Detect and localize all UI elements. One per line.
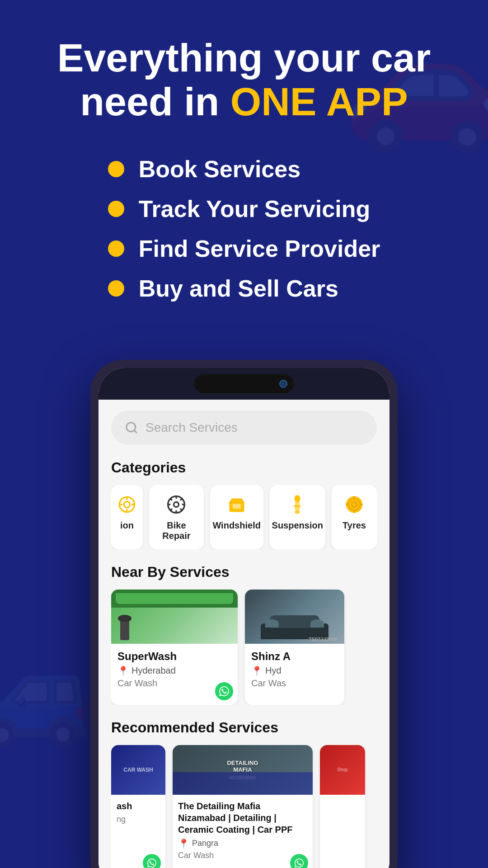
service-card-superwash[interactable]: SuperWash 📍 Hyderabad Car Wash [111, 590, 238, 705]
bullet-3 [108, 241, 124, 257]
feature-item-3: Find Service Provider [108, 235, 380, 262]
rec-card-partial-left[interactable]: CAR WASH ash ng [111, 745, 165, 868]
svg-point-28 [352, 503, 356, 506]
phone-camera [279, 380, 287, 388]
rec-detailing-name: The Detailing Mafia Nizamabad | Detailin… [178, 800, 307, 835]
rec-card-img-right: Shop [320, 745, 365, 795]
category-item-suspension[interactable]: Suspension [270, 485, 325, 549]
bike-repair-label: Bike Repair [155, 520, 197, 541]
phone-mockup: Search Services Categories [90, 360, 398, 868]
svg-line-1 [134, 430, 136, 432]
superwash-name: SuperWash [117, 650, 231, 663]
svg-line-17 [181, 499, 183, 500]
category-item-partial[interactable]: ion [111, 485, 143, 549]
rec-detailing-type: Car Wash [178, 851, 307, 860]
shinz-body: Shinz A 📍 Hyd Car Was [245, 644, 344, 705]
rec-card-img-partial: CAR WASH [111, 745, 165, 795]
superwash-image [111, 590, 238, 644]
bullet-4 [108, 280, 124, 297]
rec-detailing-location: 📍 Pangra [178, 838, 307, 849]
shinz-image: TS07JJ2000 [245, 590, 344, 644]
feature-item-4: Buy and Sell Cars [108, 275, 380, 302]
recommended-row: CAR WASH ash ng [111, 745, 377, 868]
shinz-name: Shinz A [251, 650, 338, 663]
svg-rect-22 [296, 511, 299, 513]
feature-item-2: Track Your Servicing [108, 195, 380, 222]
shinz-type: Car Was [251, 678, 338, 689]
categories-title: Categories [111, 459, 377, 476]
windshield-icon [225, 493, 248, 516]
svg-point-3 [124, 501, 130, 507]
bullet-1 [108, 161, 124, 177]
category-item-windshield[interactable]: Windshield [210, 485, 263, 549]
whatsapp-button-1[interactable] [215, 682, 233, 700]
nearby-title: Near By Services [111, 564, 377, 580]
phone-section: Search Services Categories [0, 342, 488, 868]
category-item-tyres[interactable]: Tyres [332, 485, 377, 549]
category-item-bike-repair[interactable]: Bike Repair [149, 485, 204, 549]
location-pin-icon: 📍 [117, 665, 129, 676]
rec-card-body-partial: ash ng [111, 795, 165, 840]
svg-line-14 [170, 499, 172, 500]
suspension-label: Suspension [272, 520, 323, 531]
search-icon [125, 421, 138, 434]
rec-location-pin: 📍 [178, 838, 189, 849]
search-bar[interactable]: Search Services [111, 410, 377, 445]
hero-title-line1: Everything your car [57, 35, 431, 80]
rec-card-body-right [320, 795, 365, 816]
bullet-2 [108, 201, 124, 217]
categories-row: ion [111, 485, 377, 549]
hero-title-line2: need in [80, 79, 230, 124]
hero-section: Everything your car need in ONE APP Book… [0, 0, 488, 342]
service-card-shinz[interactable]: TS07JJ2000 Shinz A 📍 Hyd Car Was [245, 590, 344, 705]
whatsapp-button-partial[interactable] [143, 854, 161, 868]
windshield-label: Windshield [212, 520, 260, 531]
search-placeholder: Search Services [145, 420, 238, 435]
svg-rect-19 [232, 504, 240, 509]
app-content: Search Services Categories [99, 400, 389, 868]
svg-line-15 [181, 509, 183, 510]
shinz-location: 📍 Hyd [251, 665, 338, 676]
suspension-icon [286, 493, 309, 516]
bike-repair-icon [165, 493, 188, 516]
phone-inner: Search Services Categories [99, 368, 389, 868]
features-list: Book Services Track Your Servicing Find … [108, 156, 380, 315]
phone-notch-bar [99, 368, 389, 400]
hero-title-highlight: ONE APP [230, 79, 408, 124]
phone-notch [194, 374, 294, 393]
svg-line-16 [170, 509, 172, 510]
tyres-icon [343, 493, 366, 516]
superwash-location: 📍 Hyderabad [117, 665, 231, 676]
partial-category-icon [116, 493, 138, 516]
rec-card-detailing[interactable]: DETAILINGMAFIA NIZAMABAD The Detailing M… [173, 745, 313, 868]
recommended-title: Recommended Services [111, 719, 377, 736]
rec-partial-name: ash [117, 800, 160, 812]
superwash-type: Car Wash [117, 678, 231, 689]
feature-item-1: Book Services [108, 156, 380, 183]
nearby-row: SuperWash 📍 Hyderabad Car Wash [111, 590, 377, 705]
location-pin-icon-2: 📍 [251, 665, 263, 676]
hero-title: Everything your car need in ONE APP [27, 36, 461, 124]
svg-point-9 [174, 502, 179, 507]
tyres-label: Tyres [343, 520, 366, 531]
rec-detailing-img: DETAILINGMAFIA NIZAMABAD [173, 745, 313, 795]
rec-card-partial-right[interactable]: Shop [320, 745, 365, 868]
partial-category-label: ion [120, 520, 134, 531]
